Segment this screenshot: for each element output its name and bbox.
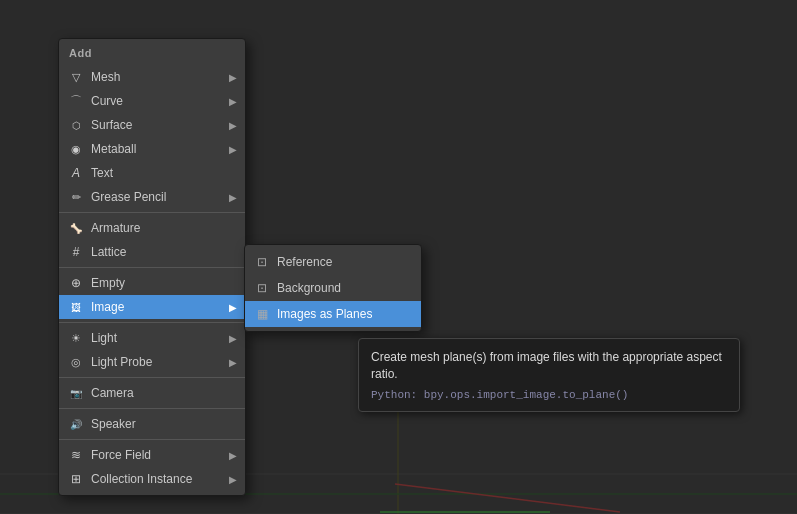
- menu-item-text[interactable]: Text: [59, 161, 245, 185]
- grease-pencil-icon: [67, 188, 85, 206]
- surface-icon: [67, 116, 85, 134]
- menu-header: Add: [59, 43, 245, 65]
- menu-item-curve[interactable]: Curve ▶: [59, 89, 245, 113]
- submenu-item-reference[interactable]: Reference: [245, 249, 421, 275]
- image-icon: [67, 298, 85, 316]
- menu-item-camera[interactable]: Camera: [59, 381, 245, 405]
- separator-6: [59, 439, 245, 440]
- light-probe-icon: [67, 353, 85, 371]
- grease-pencil-arrow: ▶: [229, 192, 237, 203]
- menu-item-light[interactable]: Light ▶: [59, 326, 245, 350]
- menu-item-empty[interactable]: Empty: [59, 271, 245, 295]
- armature-icon: [67, 219, 85, 237]
- empty-icon: [67, 274, 85, 292]
- separator-2: [59, 267, 245, 268]
- collection-icon: [67, 470, 85, 488]
- curve-icon: [67, 92, 85, 110]
- camera-icon: [67, 384, 85, 402]
- metaball-icon: [67, 140, 85, 158]
- curve-arrow: ▶: [229, 96, 237, 107]
- tooltip-title: Create mesh plane(s) from image files wi…: [371, 349, 727, 383]
- collection-label: Collection Instance: [91, 472, 229, 486]
- force-field-icon: [67, 446, 85, 464]
- light-arrow: ▶: [229, 333, 237, 344]
- images-as-planes-icon: [253, 305, 271, 323]
- separator-4: [59, 377, 245, 378]
- menu-item-collection[interactable]: Collection Instance ▶: [59, 467, 245, 491]
- menu-item-grease-pencil[interactable]: Grease Pencil ▶: [59, 185, 245, 209]
- light-probe-arrow: ▶: [229, 357, 237, 368]
- images-as-planes-label: Images as Planes: [277, 307, 413, 321]
- light-icon: [67, 329, 85, 347]
- lattice-label: Lattice: [91, 245, 237, 259]
- metaball-label: Metaball: [91, 142, 229, 156]
- menu-item-armature[interactable]: Armature: [59, 216, 245, 240]
- menu-item-metaball[interactable]: Metaball ▶: [59, 137, 245, 161]
- reference-label: Reference: [277, 255, 413, 269]
- tooltip: Create mesh plane(s) from image files wi…: [358, 338, 740, 412]
- text-label: Text: [91, 166, 237, 180]
- background-label: Background: [277, 281, 413, 295]
- menu-item-mesh[interactable]: Mesh ▶: [59, 65, 245, 89]
- armature-label: Armature: [91, 221, 237, 235]
- text-icon: [67, 164, 85, 182]
- empty-label: Empty: [91, 276, 237, 290]
- mesh-label: Mesh: [91, 70, 229, 84]
- image-submenu: Reference Background Images as Planes: [244, 244, 422, 332]
- menu-item-speaker[interactable]: Speaker: [59, 412, 245, 436]
- light-label: Light: [91, 331, 229, 345]
- submenu-item-images-as-planes[interactable]: Images as Planes: [245, 301, 421, 327]
- menu-item-lattice[interactable]: Lattice: [59, 240, 245, 264]
- light-probe-label: Light Probe: [91, 355, 229, 369]
- reference-icon: [253, 253, 271, 271]
- image-arrow: ▶: [229, 302, 237, 313]
- image-label: Image: [91, 300, 229, 314]
- camera-label: Camera: [91, 386, 237, 400]
- menu-item-surface[interactable]: Surface ▶: [59, 113, 245, 137]
- speaker-label: Speaker: [91, 417, 237, 431]
- mesh-icon: [67, 68, 85, 86]
- menu-item-image[interactable]: Image ▶: [59, 295, 245, 319]
- tooltip-python: Python: bpy.ops.import_image.to_plane(): [371, 389, 727, 401]
- collection-arrow: ▶: [229, 474, 237, 485]
- submenu-item-background[interactable]: Background: [245, 275, 421, 301]
- separator-3: [59, 322, 245, 323]
- separator-5: [59, 408, 245, 409]
- menu-item-force-field[interactable]: Force Field ▶: [59, 443, 245, 467]
- curve-label: Curve: [91, 94, 229, 108]
- add-menu: Add Mesh ▶ Curve ▶ Surface ▶ Metaball ▶ …: [58, 38, 246, 496]
- metaball-arrow: ▶: [229, 144, 237, 155]
- grease-pencil-label: Grease Pencil: [91, 190, 229, 204]
- surface-label: Surface: [91, 118, 229, 132]
- force-field-arrow: ▶: [229, 450, 237, 461]
- menu-item-light-probe[interactable]: Light Probe ▶: [59, 350, 245, 374]
- force-field-label: Force Field: [91, 448, 229, 462]
- surface-arrow: ▶: [229, 120, 237, 131]
- lattice-icon: [67, 243, 85, 261]
- separator-1: [59, 212, 245, 213]
- speaker-icon: [67, 415, 85, 433]
- mesh-arrow: ▶: [229, 72, 237, 83]
- background-icon: [253, 279, 271, 297]
